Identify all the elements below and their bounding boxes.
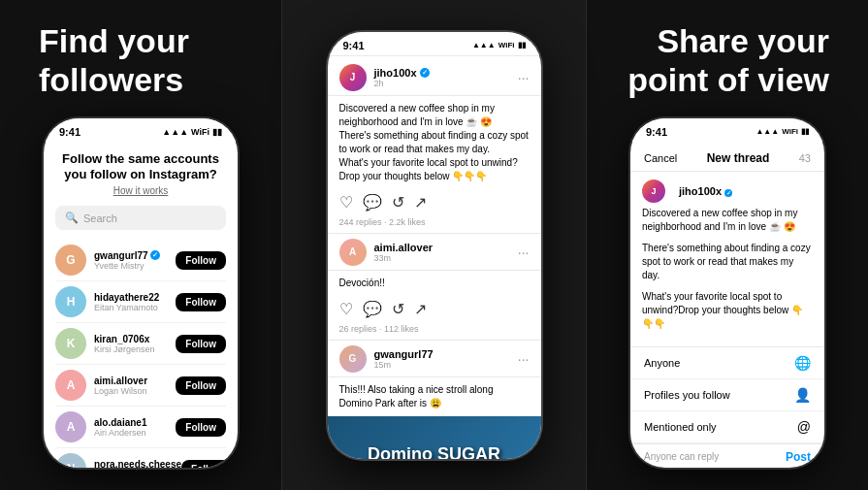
follow-info: gwangurl77 ✓ Yvette Mistry bbox=[94, 250, 176, 271]
follow-button[interactable]: Follow bbox=[176, 376, 226, 395]
post-3-username: gwangurl77 bbox=[374, 348, 518, 360]
center-status-time: 9:41 bbox=[343, 40, 365, 51]
follow-button[interactable]: Follow bbox=[176, 335, 226, 353]
follow-info: alo.daiane1 Airi Andersen bbox=[94, 417, 176, 438]
comment-icon[interactable]: 💬 bbox=[363, 193, 382, 212]
follow-button[interactable]: Follow bbox=[181, 460, 232, 468]
post-1-time: 2h bbox=[374, 79, 518, 88]
repost-icon-2[interactable]: ↺ bbox=[392, 300, 404, 318]
follow-list: G gwangurl77 ✓ Yvette Mistry Follow H hi… bbox=[55, 240, 226, 467]
follow-button[interactable]: Follow bbox=[176, 251, 226, 270]
status-time: 9:41 bbox=[59, 126, 80, 138]
phone-title: Follow the same accounts you follow on I… bbox=[55, 151, 226, 184]
follow-avatar: N bbox=[55, 453, 86, 467]
right-status-bar: 9:41 ▲▲▲ WiFi ▮▮ bbox=[630, 118, 824, 142]
right-status-icons: ▲▲▲ WiFi ▮▮ bbox=[755, 127, 809, 136]
audience-profiles-icon: 👤 bbox=[794, 387, 811, 403]
wifi-icon-r: WiFi bbox=[782, 127, 798, 136]
compose-text2: There's something about finding a cozy s… bbox=[642, 242, 813, 282]
audience-profiles[interactable]: Profiles you follow 👤 bbox=[630, 379, 824, 411]
phone-subtitle[interactable]: How it works bbox=[55, 185, 226, 196]
cancel-button[interactable]: Cancel bbox=[644, 152, 677, 164]
follow-username: gwangurl77 ✓ bbox=[94, 250, 176, 261]
follow-username: nora.needs.cheese bbox=[94, 459, 181, 468]
follow-username: hidayathere22 bbox=[94, 292, 176, 303]
post-3-body: This!!! Also taking a nice stroll along … bbox=[328, 377, 541, 416]
follow-info: kiran_0706x Kirsi Jørgensen bbox=[94, 334, 176, 354]
follow-item: G gwangurl77 ✓ Yvette Mistry Follow bbox=[55, 240, 226, 281]
audience-mentioned-icon: @ bbox=[797, 419, 811, 435]
audience-options: Anyone 🌐 Profiles you follow 👤 Mentioned… bbox=[630, 346, 824, 443]
signal-icon: ▲▲▲ bbox=[472, 41, 496, 49]
post-2-avatar: A bbox=[339, 239, 367, 266]
battery-icon: ▮▮ bbox=[212, 127, 222, 137]
comment-icon-2[interactable]: 💬 bbox=[363, 300, 382, 318]
new-thread-header: Cancel New thread 43 bbox=[630, 142, 824, 172]
compose-area: J jiho100x ✓ Discovered a new coffee sho… bbox=[630, 172, 824, 346]
follow-item: N nora.needs.cheese Myka Mercado Follow bbox=[55, 448, 226, 467]
repost-icon[interactable]: ↺ bbox=[392, 193, 404, 212]
follow-username: kiran_0706x bbox=[94, 334, 176, 344]
post-2-more-icon[interactable]: ··· bbox=[518, 245, 530, 260]
post-image-text: Domino SUGAR bbox=[368, 444, 500, 459]
like-icon-2[interactable]: ♡ bbox=[339, 300, 353, 318]
audience-profiles-label: Profiles you follow bbox=[644, 389, 730, 401]
post-button[interactable]: Post bbox=[786, 450, 811, 464]
right-panel: Share your point of view 9:41 ▲▲▲ WiFi ▮… bbox=[587, 0, 868, 490]
center-panel: 9:41 ▲▲▲ WiFi ▮▮ J jiho100x ✓ 2h ··· Dis… bbox=[282, 0, 586, 490]
share-icon-2[interactable]: ↗ bbox=[414, 300, 427, 318]
wifi-icon: WiFi bbox=[191, 127, 209, 137]
follow-button[interactable]: Follow bbox=[176, 418, 226, 437]
audience-anyone[interactable]: Anyone 🌐 bbox=[630, 347, 824, 379]
share-icon[interactable]: ↗ bbox=[414, 193, 427, 212]
post-1-actions: ♡ 💬 ↺ ↗ bbox=[328, 189, 541, 215]
search-bar[interactable]: 🔍 Search bbox=[55, 206, 226, 230]
follow-realname: Airi Andersen bbox=[94, 428, 176, 438]
post-3-header: G gwangurl77 15m ··· bbox=[328, 341, 541, 377]
post-2-body: Devoción!! bbox=[328, 271, 541, 296]
battery-icon: ▮▮ bbox=[518, 41, 526, 49]
post-2-username: aimi.allover bbox=[374, 242, 518, 253]
right-headline: Share your point of view bbox=[606, 22, 849, 98]
like-icon[interactable]: ♡ bbox=[339, 193, 353, 212]
post-2-userinfo: aimi.allover 33m bbox=[374, 242, 518, 263]
post-1-header: J jiho100x ✓ 2h ··· bbox=[328, 56, 541, 96]
audience-anyone-label: Anyone bbox=[644, 357, 680, 369]
center-status-icons: ▲▲▲ WiFi ▮▮ bbox=[472, 41, 526, 49]
follow-avatar: A bbox=[55, 370, 86, 401]
phone-content: Follow the same accounts you follow on I… bbox=[44, 142, 238, 468]
follow-avatar: A bbox=[55, 411, 86, 442]
follow-realname: Yvette Mistry bbox=[94, 261, 176, 271]
anyone-can-reply: Anyone can reply bbox=[644, 451, 719, 462]
follow-realname: Logan Wilson bbox=[94, 386, 176, 396]
more-icon[interactable]: ··· bbox=[518, 70, 530, 85]
verified-icon: ✓ bbox=[150, 250, 160, 260]
follow-item: K kiran_0706x Kirsi Jørgensen Follow bbox=[55, 323, 226, 365]
compose-verified-icon: ✓ bbox=[724, 189, 732, 197]
post-3-time: 15m bbox=[374, 360, 518, 370]
follow-realname: Kirsi Jørgensen bbox=[94, 344, 176, 354]
right-phone: 9:41 ▲▲▲ WiFi ▮▮ Cancel New thread 43 J … bbox=[630, 118, 824, 468]
right-status-time: 9:41 bbox=[646, 126, 667, 138]
follow-button[interactable]: Follow bbox=[176, 293, 226, 311]
follow-info: nora.needs.cheese Myka Mercado bbox=[94, 459, 181, 468]
status-bar: 9:41 ▲▲▲ WiFi ▮▮ bbox=[44, 118, 238, 142]
follow-realname: Eitan Yamamoto bbox=[94, 303, 176, 312]
audience-anyone-icon: 🌐 bbox=[794, 355, 811, 371]
search-icon: 🔍 bbox=[65, 212, 79, 224]
status-icons: ▲▲▲ WiFi ▮▮ bbox=[162, 127, 222, 137]
compose-text3: What's your favorite local spot to unwin… bbox=[642, 290, 813, 331]
search-placeholder: Search bbox=[83, 212, 117, 224]
audience-mentioned-label: Mentioned only bbox=[644, 421, 717, 433]
audience-mentioned[interactable]: Mentioned only @ bbox=[630, 411, 824, 443]
post-1-username: jiho100x ✓ bbox=[374, 67, 518, 79]
left-headline: Find your followers bbox=[19, 22, 262, 98]
post-2-actions: ♡ 💬 ↺ ↗ bbox=[328, 296, 541, 322]
follow-item: A alo.daiane1 Airi Andersen Follow bbox=[55, 407, 226, 448]
follow-avatar: G bbox=[55, 245, 86, 276]
post-3-more-icon[interactable]: ··· bbox=[518, 351, 530, 367]
follow-username: aimi.allover bbox=[94, 376, 176, 386]
verified-icon: ✓ bbox=[420, 68, 430, 78]
compose-user: J jiho100x ✓ bbox=[642, 180, 813, 203]
post-2-stats: 26 replies · 112 likes bbox=[328, 322, 541, 341]
